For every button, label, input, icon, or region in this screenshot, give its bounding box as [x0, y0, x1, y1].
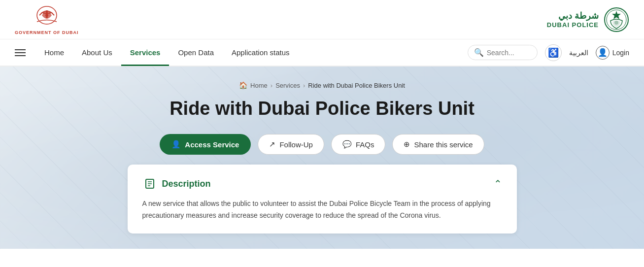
description-header: Description ⌃ [142, 176, 502, 191]
header-left-logos: GOVERNMENT OF DUBAI [15, 4, 79, 35]
share-icon: ⊕ [404, 140, 410, 149]
main-navbar: Home About Us Services Open Data Applica… [0, 39, 644, 67]
access-service-label: Access Service [185, 140, 239, 149]
breadcrumb: 🏠 Home › Services › Ride with Dubai Poli… [239, 81, 405, 89]
nav-item-appstatus[interactable]: Application status [223, 39, 299, 66]
nav-item-services[interactable]: Services [121, 39, 169, 66]
search-icon: 🔍 [474, 48, 484, 57]
dp-arabic-text: شرطة دبي [558, 10, 599, 21]
search-input[interactable] [487, 49, 531, 57]
description-title-group: Description [142, 176, 211, 191]
followup-button[interactable]: ↗ Follow-Up [258, 134, 324, 155]
nav-item-about[interactable]: About Us [73, 39, 121, 66]
svg-point-6 [614, 21, 618, 25]
share-service-button[interactable]: ⊕ Share this service [392, 134, 484, 155]
arabic-language-button[interactable]: العربية [569, 49, 588, 57]
description-body: A new service that allows the public to … [142, 198, 502, 222]
breadcrumb-services[interactable]: Services [275, 82, 300, 89]
faqs-button[interactable]: 💬 FAQs [331, 134, 386, 155]
gov-dubai-emblem-icon [32, 4, 62, 30]
dp-emblem-icon [604, 7, 629, 33]
login-label: Login [612, 49, 629, 57]
breadcrumb-sep-2: › [303, 82, 305, 89]
login-icon: 👤 [596, 46, 610, 60]
nav-right-group: 🔍 ♿ العربية 👤 Login [468, 44, 629, 61]
svg-point-3 [45, 14, 48, 17]
description-card: Description ⌃ A new service that allows … [128, 165, 517, 234]
accessibility-button[interactable]: ♿ [545, 44, 562, 61]
dp-english-text: DUBAI POLICE [547, 21, 599, 29]
followup-label: Follow-Up [279, 140, 313, 149]
followup-icon: ↗ [269, 140, 275, 149]
home-breadcrumb-icon: 🏠 [239, 81, 247, 89]
nav-item-home[interactable]: Home [35, 39, 73, 66]
hamburger-menu[interactable] [15, 49, 26, 56]
hero-section: 🏠 Home › Services › Ride with Dubai Poli… [0, 67, 644, 249]
share-label: Share this service [414, 140, 473, 149]
search-box[interactable]: 🔍 [468, 45, 538, 60]
dubai-police-logo: شرطة دبي DUBAI POLICE [547, 7, 629, 33]
login-button[interactable]: 👤 Login [596, 46, 629, 60]
gov-dubai-logo: GOVERNMENT OF DUBAI [15, 4, 79, 35]
breadcrumb-sep-1: › [271, 82, 272, 89]
dp-text-group: شرطة دبي DUBAI POLICE [547, 10, 599, 29]
breadcrumb-home[interactable]: Home [250, 82, 268, 89]
faqs-icon: 💬 [342, 140, 352, 149]
page-title: Ride with Dubai Police Bikers Unit [169, 98, 475, 119]
nav-item-opendata[interactable]: Open Data [169, 39, 223, 66]
svg-rect-2 [43, 12, 51, 14]
nav-items-group: Home About Us Services Open Data Applica… [35, 39, 468, 66]
action-buttons-group: 👤 Access Service ↗ Follow-Up 💬 FAQs ⊕ Sh… [160, 134, 484, 155]
accessibility-icon: ♿ [548, 47, 559, 58]
description-icon [142, 176, 157, 191]
faqs-label: FAQs [356, 140, 374, 149]
breadcrumb-current: Ride with Dubai Police Bikers Unit [308, 82, 405, 89]
collapse-icon[interactable]: ⌃ [494, 178, 502, 190]
access-service-icon: 👤 [171, 140, 181, 149]
site-header: GOVERNMENT OF DUBAI شرطة دبي DUBAI POLIC… [0, 0, 644, 39]
description-title: Description [162, 179, 211, 189]
gov-dubai-text: GOVERNMENT OF DUBAI [15, 30, 79, 35]
access-service-button[interactable]: 👤 Access Service [160, 134, 251, 155]
